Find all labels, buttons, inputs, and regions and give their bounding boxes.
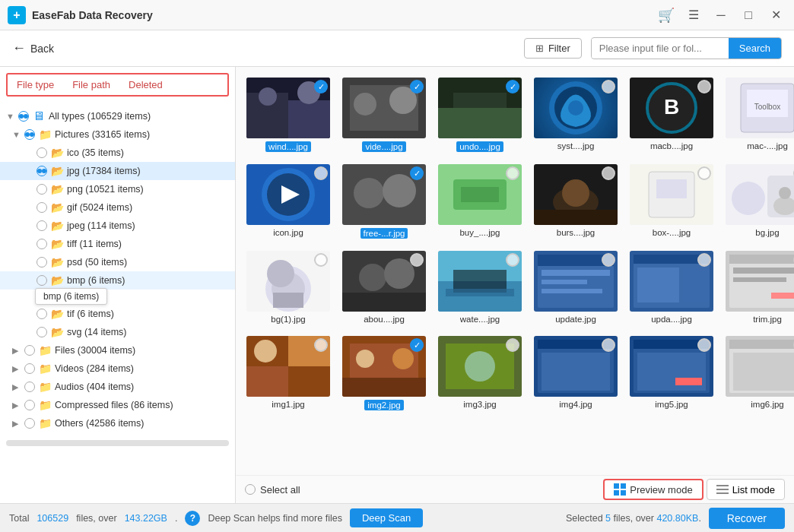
deep-scan-button[interactable]: Deep Scan [350, 508, 423, 527]
tree-item-svg[interactable]: 📂 svg (14 items) [0, 323, 235, 341]
file-item-9[interactable]: buy_....jpg [435, 161, 525, 242]
check-5 [697, 80, 711, 93]
toggle-files[interactable]: ▶ [12, 346, 24, 356]
tree-item-gif[interactable]: 📂 gif (5024 items) [0, 198, 235, 217]
close-button[interactable]: ✕ [765, 5, 786, 26]
toggle-videos[interactable]: ▶ [12, 364, 24, 374]
file-item-13[interactable]: bg(1).jpg [243, 248, 333, 327]
list-mode-button[interactable]: List mode [707, 479, 785, 500]
radio-jpeg[interactable] [37, 220, 47, 231]
file-item-20[interactable]: ✓ img2.jpg [339, 333, 429, 413]
file-item-10[interactable]: burs....jpg [531, 161, 621, 242]
search-button[interactable]: Search [729, 38, 781, 59]
label-bmp: bmp (6 items) [67, 275, 125, 286]
file-item-8[interactable]: ✓ free-...r.jpg [339, 161, 429, 242]
file-item-21[interactable]: img3.jpg [435, 333, 525, 413]
filter-label: Filter [548, 43, 570, 54]
radio-tiff[interactable] [37, 239, 47, 249]
filter-button[interactable]: ⊞ Filter [524, 38, 582, 59]
file-item-2[interactable]: ✓ vide....jpg [339, 74, 429, 155]
file-item-14[interactable]: abou....jpg [339, 248, 429, 327]
tree-item-tiff[interactable]: 📂 tiff (11 items) [0, 235, 235, 253]
file-item-19[interactable]: img1.jpg [243, 333, 333, 413]
cart-icon[interactable]: 🛒 [656, 5, 677, 26]
tree-item-files[interactable]: ▶ 📁 Files (30004 items) [0, 341, 235, 359]
check-16 [602, 253, 615, 267]
toggle-compressed[interactable]: ▶ [12, 401, 24, 410]
file-item-11[interactable]: Toolbox box-....jpg [627, 161, 716, 242]
folder-icon-audios: 📁 [38, 380, 52, 394]
svg-rect-73 [733, 277, 786, 282]
radio-files[interactable] [24, 345, 35, 356]
tree-item-others[interactable]: ▶ 📁 Others (42586 items) [0, 414, 235, 432]
tree-item-bmp[interactable]: 📂 bmp (6 items) [0, 271, 235, 290]
radio-others[interactable] [24, 418, 35, 429]
radio-jpg[interactable] [37, 166, 47, 176]
radio-png[interactable] [37, 184, 47, 195]
label-files: Files (30004 items) [55, 345, 135, 356]
toggle-pictures[interactable]: ▼ [12, 130, 24, 139]
file-item-24[interactable]: img6.jpg [723, 333, 794, 413]
svg-point-35 [562, 179, 589, 207]
tab-file-type[interactable]: File type [8, 74, 63, 97]
toggle-others[interactable]: ▶ [12, 419, 24, 429]
file-item-23[interactable]: img5.jpg [627, 333, 716, 413]
tree-item-compressed[interactable]: ▶ 📁 Compressed files (86 items) [0, 396, 235, 414]
toggle-audios[interactable]: ▶ [12, 382, 24, 392]
search-input[interactable] [592, 39, 729, 58]
file-item-4[interactable]: syst....jpg [531, 74, 621, 155]
tree-item-jpeg[interactable]: 📂 jpeg (114 items) [0, 217, 235, 235]
file-item-5[interactable]: B macb....jpg [627, 74, 716, 155]
radio-audios[interactable] [24, 382, 35, 392]
radio-tif[interactable] [37, 309, 47, 319]
thumb-14 [342, 251, 426, 312]
select-all[interactable]: Select all [245, 484, 300, 496]
radio-all[interactable] [18, 111, 29, 122]
file-item-17[interactable]: upda....jpg [627, 248, 716, 327]
folder-icon-bmp: 📂 [50, 274, 64, 287]
tree-item-png[interactable]: 📂 png (10521 items) [0, 180, 235, 198]
file-item-22[interactable]: img4.jpg [531, 333, 621, 413]
back-button[interactable]: ← Back [12, 40, 54, 56]
radio-svg[interactable] [37, 327, 47, 337]
radio-gif[interactable] [37, 202, 47, 213]
radio-bmp[interactable] [37, 275, 47, 286]
folder-icon-jpg: 📂 [50, 164, 64, 178]
tree-item-videos[interactable]: ▶ 📁 Videos (284 items) [0, 359, 235, 378]
radio-compressed[interactable] [24, 400, 35, 410]
toggle-all[interactable]: ▼ [6, 112, 18, 121]
file-item-1[interactable]: ✓ wind....jpg [243, 74, 333, 155]
tab-file-path[interactable]: File path [63, 74, 119, 95]
menu-icon[interactable]: ☰ [683, 5, 704, 26]
tree-item-jpg[interactable]: 📂 jpg (17384 items) [0, 162, 235, 180]
radio-psd[interactable] [37, 257, 47, 268]
svg-point-29 [383, 174, 416, 207]
file-item-18[interactable]: trim.jpg [723, 248, 794, 327]
file-item-7[interactable]: icon.jpg [243, 161, 333, 242]
tree-item-ico[interactable]: 📂 ico (35 items) [0, 144, 235, 162]
folder-icon-gif: 📂 [50, 201, 64, 214]
label-jpeg: jpeg (114 items) [67, 220, 135, 231]
file-item-6[interactable]: Toolbox mac-....jpg [723, 74, 794, 155]
file-item-12[interactable]: bg.jpg [723, 161, 794, 242]
maximize-button[interactable]: □ [738, 5, 759, 26]
radio-pictures[interactable] [24, 129, 35, 140]
select-all-radio[interactable] [245, 484, 256, 495]
help-icon[interactable]: ? [185, 511, 200, 526]
check-4 [602, 80, 615, 93]
file-item-15[interactable]: wate....jpg [435, 248, 525, 327]
file-item-16[interactable]: update.jpg [531, 248, 621, 327]
tree-item-psd[interactable]: 📂 psd (50 items) [0, 253, 235, 271]
tree-item-audios[interactable]: ▶ 📁 Audios (404 items) [0, 378, 235, 396]
file-item-3[interactable]: ✓ undo....jpg [435, 74, 525, 155]
preview-mode-button[interactable]: Preview mode [603, 479, 703, 500]
minimize-button[interactable]: ─ [710, 5, 732, 26]
tab-deleted[interactable]: Deleted [119, 74, 172, 95]
tree-item-tif[interactable]: 📂 tif (6 items) [0, 305, 235, 323]
radio-videos[interactable] [24, 363, 35, 374]
recover-button[interactable]: Recover [709, 508, 785, 529]
radio-ico[interactable] [37, 147, 47, 158]
tree-item-pictures[interactable]: ▼ 📁 Pictures (33165 items) [0, 125, 235, 144]
tree-item-all[interactable]: ▼ 🖥 All types (106529 items) [0, 107, 235, 125]
scrollbar-indicator[interactable] [6, 440, 229, 446]
